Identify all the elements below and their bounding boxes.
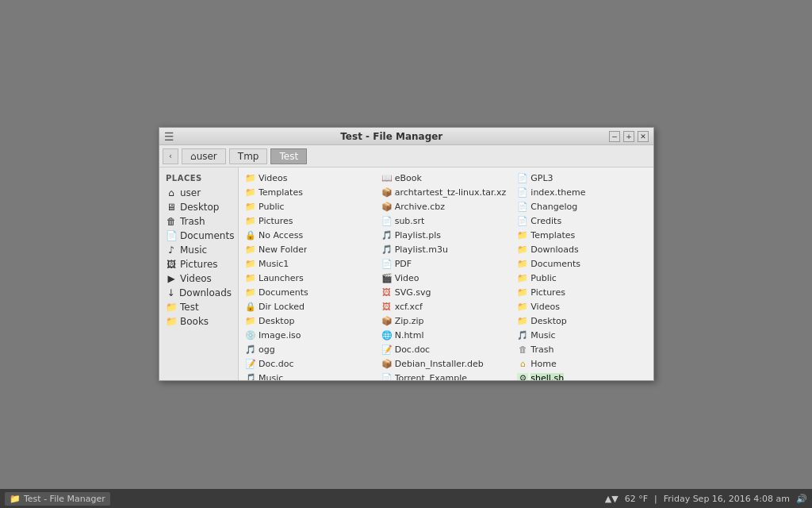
home-icon: ⌂ bbox=[190, 151, 197, 162]
file-item[interactable]: 🎵Music bbox=[514, 328, 650, 342]
file-icon: 🎵 bbox=[245, 344, 256, 355]
file-item[interactable]: 📄Credits bbox=[514, 214, 650, 228]
file-item[interactable]: 📄sub.srt bbox=[378, 214, 515, 228]
breadcrumb-test[interactable]: Test bbox=[270, 148, 307, 164]
trash-icon: 🗑 bbox=[166, 216, 177, 227]
file-item[interactable]: 📁Public bbox=[242, 199, 378, 214]
file-item[interactable]: 🎵ogg bbox=[242, 342, 378, 356]
file-item[interactable]: 📦Debian_Installer.deb bbox=[378, 356, 515, 371]
file-item[interactable]: ⚙shell.sh bbox=[514, 371, 650, 380]
file-icon: 🖼 bbox=[381, 287, 393, 298]
back-button[interactable]: ‹ bbox=[163, 148, 178, 164]
file-item[interactable]: 📁Templates bbox=[242, 185, 378, 199]
file-item[interactable]: 📁Documents bbox=[514, 256, 650, 271]
file-item[interactable]: 📁New Folder bbox=[242, 242, 378, 256]
file-item[interactable]: 📄index.theme bbox=[514, 185, 650, 199]
file-item[interactable]: 📁Videos bbox=[514, 299, 650, 314]
file-icon: 📝 bbox=[245, 359, 256, 369]
file-item[interactable]: 📁Downloads bbox=[514, 242, 650, 256]
file-item[interactable]: ⌂Home bbox=[514, 356, 650, 371]
file-name: Templates bbox=[259, 187, 303, 198]
books-icon: 📁 bbox=[166, 316, 177, 327]
file-item[interactable]: 📝Doc.doc bbox=[242, 356, 378, 371]
sidebar-item-desktop[interactable]: 🖥 Desktop bbox=[163, 200, 235, 214]
file-name: Public bbox=[530, 273, 557, 283]
file-item[interactable]: 🎵Music bbox=[242, 371, 378, 380]
user-icon: ⌂ bbox=[166, 187, 177, 198]
taskbar-right: ▲▼ 62 °F | Friday Sep 16, 2016 4:08 am 🔊 bbox=[605, 494, 807, 504]
sidebar-item-books[interactable]: 📁 Books bbox=[163, 314, 235, 329]
file-item[interactable]: 📝Doc.doc bbox=[378, 342, 515, 356]
breadcrumb-tmp-label: Tmp bbox=[238, 151, 259, 162]
file-name: Home bbox=[530, 359, 556, 369]
file-icon: 📄 bbox=[517, 202, 528, 212]
file-icon: 🎵 bbox=[381, 244, 393, 255]
file-icon: 📁 bbox=[245, 244, 256, 255]
file-icon: 🔒 bbox=[245, 302, 256, 312]
file-item[interactable]: 📁Pictures bbox=[514, 285, 650, 299]
file-item[interactable]: 🔒No Access bbox=[242, 228, 378, 242]
file-name: Video bbox=[395, 273, 419, 283]
file-item[interactable]: 🔒Dir Locked bbox=[242, 299, 378, 314]
file-icon: 📦 bbox=[381, 316, 393, 326]
file-icon: 💿 bbox=[245, 330, 256, 341]
file-item[interactable]: 📁Templates bbox=[514, 228, 650, 242]
file-item[interactable]: 📄Torrent_Example bbox=[378, 371, 515, 380]
file-manager-window: ☰ Test - File Manager − + ✕ ‹ ⌂ user Tmp… bbox=[159, 127, 654, 381]
file-icon: 📁 bbox=[245, 273, 256, 283]
sidebar-item-pictures[interactable]: 🖼 Pictures bbox=[163, 257, 235, 271]
file-item[interactable]: 📖eBook bbox=[378, 171, 515, 185]
taskbar-app-item[interactable]: 📁 Test - File Manager bbox=[5, 492, 110, 506]
breadcrumb-user[interactable]: ⌂ user bbox=[182, 148, 226, 164]
file-item[interactable]: 📦archtartest_tz-linux.tar.xz bbox=[378, 185, 515, 199]
file-item[interactable]: 📦Zip.zip bbox=[378, 314, 515, 328]
sidebar-item-music[interactable]: ♪ Music bbox=[163, 243, 235, 257]
file-icon: 🎵 bbox=[517, 330, 528, 341]
file-icon: 📁 bbox=[517, 287, 528, 298]
breadcrumb-tmp[interactable]: Tmp bbox=[229, 148, 268, 164]
sidebar-trash-label: Trash bbox=[180, 216, 205, 227]
sidebar-item-documents[interactable]: 📄 Documents bbox=[163, 229, 235, 243]
file-item[interactable]: 🖼xcf.xcf bbox=[378, 299, 515, 314]
file-item[interactable]: 📁Desktop bbox=[242, 314, 378, 328]
file-item[interactable]: 📦Archive.cbz bbox=[378, 199, 515, 214]
file-item[interactable]: 📁Pictures bbox=[242, 214, 378, 228]
file-item[interactable]: 🖼SVG.svg bbox=[378, 285, 515, 299]
file-item[interactable]: 🎬Video bbox=[378, 271, 515, 285]
temperature: 62 °F bbox=[625, 494, 648, 504]
file-item[interactable]: 📄PDF bbox=[378, 256, 515, 271]
file-item[interactable]: 📄GPL3 bbox=[514, 171, 650, 185]
file-item[interactable]: 📁Desktop bbox=[514, 314, 650, 328]
minimize-button[interactable]: − bbox=[609, 131, 620, 142]
file-icon: 📄 bbox=[517, 187, 528, 198]
file-item[interactable]: 📁Videos bbox=[242, 171, 378, 185]
window-controls: − + ✕ bbox=[609, 131, 649, 142]
maximize-button[interactable]: + bbox=[623, 131, 634, 142]
sidebar-item-trash[interactable]: 🗑 Trash bbox=[163, 214, 235, 229]
sidebar-item-videos[interactable]: ▶ Videos bbox=[163, 271, 235, 286]
file-item[interactable]: 🌐N.html bbox=[378, 328, 515, 342]
file-name: Debian_Installer.deb bbox=[395, 359, 484, 369]
file-name: Doc.doc bbox=[259, 359, 294, 369]
close-button[interactable]: ✕ bbox=[638, 131, 649, 142]
file-item[interactable]: 📁Music1 bbox=[242, 256, 378, 271]
file-item[interactable]: 📁Documents bbox=[242, 285, 378, 299]
sidebar-item-downloads[interactable]: ↓ Downloads bbox=[163, 286, 235, 300]
file-item[interactable]: 🗑Trash bbox=[514, 342, 650, 356]
file-icon: 🎵 bbox=[245, 373, 256, 381]
file-item[interactable]: 🎵Playlist.pls bbox=[378, 228, 515, 242]
sidebar-item-test[interactable]: 📁 Test bbox=[163, 300, 235, 314]
sidebar-item-user[interactable]: ⌂ user bbox=[163, 186, 235, 200]
file-icon: 📦 bbox=[381, 359, 393, 369]
file-name: xcf.xcf bbox=[395, 302, 423, 312]
file-item[interactable]: 🎵Playlist.m3u bbox=[378, 242, 515, 256]
file-item[interactable]: 📄Changelog bbox=[514, 199, 650, 214]
file-item[interactable]: 📁Public bbox=[514, 271, 650, 285]
file-icon: 📁 bbox=[517, 302, 528, 312]
sidebar-music-label: Music bbox=[180, 244, 207, 256]
menu-icon[interactable]: ☰ bbox=[164, 130, 174, 143]
file-name: shell.sh bbox=[530, 373, 564, 381]
file-item[interactable]: 📁Launchers bbox=[242, 271, 378, 285]
file-icon: 📁 bbox=[245, 173, 256, 183]
file-item[interactable]: 💿Image.iso bbox=[242, 328, 378, 342]
